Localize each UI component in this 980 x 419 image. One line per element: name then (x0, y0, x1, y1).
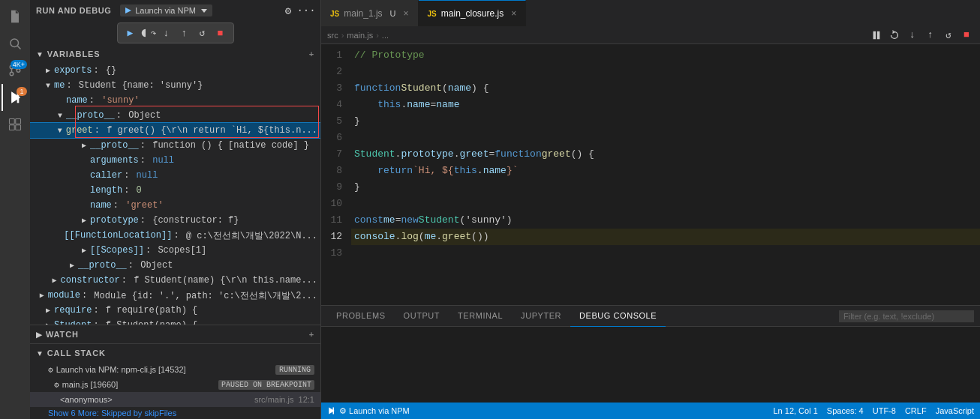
status-line-col[interactable]: Ln 12, Col 1 (773, 406, 817, 415)
var-require[interactable]: ▶ require : f require(path) { (30, 303, 320, 318)
watch-header[interactable]: ▶ WATCH + (30, 325, 320, 343)
skip-files-link[interactable]: Show 6 More: Skipped by skipFiles (30, 407, 320, 419)
arrow-me: ▼ (42, 79, 54, 91)
anon-label: <anonymous> (60, 395, 113, 404)
var-greet[interactable]: ▼ greet : f greet() {\r\n return `Hi, ${… (30, 123, 320, 138)
svg-marker-15 (125, 7, 131, 13)
var-scopes[interactable]: ▶ [[Scopes]] : Scopes[1] (30, 243, 320, 258)
launch-select[interactable]: Launch via NPM (120, 4, 212, 16)
var-greet-name[interactable]: name : 'greet' (30, 198, 320, 213)
var-module[interactable]: ▶ module : Module {id: '.', path: 'c:\전선… (30, 288, 320, 303)
var-proto2[interactable]: ▶ __proto__ : Object (30, 258, 320, 273)
call-stack-header[interactable]: ▼ CALL STACK (30, 344, 320, 362)
var-arguments[interactable]: arguments : null (30, 153, 320, 168)
tab-close-1[interactable]: × (404, 8, 409, 19)
tab-problems[interactable]: PROBLEMS (327, 306, 395, 327)
status-encoding[interactable]: UTF-8 (873, 406, 896, 415)
search-icon[interactable] (2, 30, 29, 57)
val-length: 0 (131, 185, 141, 196)
debug-toolbar: RUN AND DEBUG Launch via NPM ⚙ ··· (30, 0, 320, 21)
debug-step-icon[interactable] (887, 28, 902, 43)
debug-down-icon[interactable]: ↓ (905, 28, 920, 43)
tab-terminal[interactable]: TERMINAL (449, 306, 512, 327)
arrow-exports: ▶ (42, 64, 54, 76)
source-control-icon[interactable]: 4K+ (2, 57, 29, 84)
tab-close-2[interactable]: × (511, 8, 516, 19)
var-function-location[interactable]: [[FunctionLocation]] : @ c:\전선희\개발\2022\… (30, 228, 320, 243)
arrow-student: ▶ (42, 319, 54, 325)
main-icon: ⚙ (54, 380, 59, 390)
extensions-icon[interactable] (2, 111, 29, 138)
new-expression-icon[interactable]: + (309, 49, 314, 58)
call-stack-launch[interactable]: ⚙ Launch via NPM: npm-cli.js [14532] RUN… (30, 362, 320, 377)
val-greet-name: 'greet' (120, 200, 164, 211)
call-stack-main[interactable]: ⚙ main.js [19660] PAUSED ON BREAKPOINT (30, 377, 320, 392)
var-greet-proto[interactable]: ▶ __proto__ : function () { [native code… (30, 138, 320, 153)
call-stack-anon[interactable]: <anonymous> src/main.js 12:1 (30, 392, 320, 407)
arrow-module: ▶ (36, 289, 48, 301)
watch-label: WATCH (46, 330, 79, 339)
debug-restart-icon[interactable]: ↺ (941, 28, 956, 43)
tab-jupyter[interactable]: JUPYTER (512, 306, 570, 327)
val-require: f require(path) { (101, 305, 198, 316)
restart-btn[interactable]: ↺ (194, 25, 211, 41)
code-line-13 (351, 245, 980, 262)
status-eol[interactable]: CRLF (905, 406, 927, 415)
svg-rect-1 (13, 19, 17, 19)
step-out-btn[interactable]: ↑ (176, 25, 193, 41)
key-module: module (48, 290, 80, 301)
tab-main-1-js[interactable]: JS main_1.js U × (321, 0, 419, 26)
var-student[interactable]: ▶ Student : f Student(name) { (30, 318, 320, 325)
stop-btn[interactable]: ■ (212, 25, 229, 41)
debug-up-icon[interactable]: ↑ (923, 28, 938, 43)
val-fn-location: @ c:\전선희\개발\2022\N... (181, 229, 317, 242)
variables-actions: + (309, 49, 314, 58)
val-me: Student {name: 'sunny'} (74, 80, 203, 91)
main-content: JS main_1.js U × JS main_closure.js × sr… (321, 0, 980, 419)
tab-debug-console[interactable]: DEBUG CONSOLE (570, 306, 666, 327)
code-lines: // Prototype function Student(name) { th… (351, 47, 980, 305)
tab-output[interactable]: OUTPUT (395, 306, 449, 327)
tab-modified-1: U (390, 9, 396, 18)
var-constructor[interactable]: ▶ constructor : f Student(name) {\r\n th… (30, 273, 320, 288)
filter-input[interactable] (839, 310, 974, 322)
tab-main-closure-js[interactable]: JS main_closure.js × (419, 0, 527, 26)
debug-pause-icon[interactable] (869, 28, 884, 43)
val-proto: Object (123, 110, 161, 121)
variables-section-header[interactable]: ▼ VARIABLES + (30, 45, 320, 63)
status-spaces[interactable]: Spaces: 4 (827, 406, 864, 415)
tab-label-main-closure: main_closure.js (441, 8, 504, 19)
svg-point-6 (17, 69, 20, 73)
sidebar-panel: RUN AND DEBUG Launch via NPM ⚙ ··· ▶ ↷ ↓… (30, 0, 321, 419)
code-line-2 (351, 64, 980, 80)
var-greet-prototype[interactable]: ▶ prototype : {constructor: f} (30, 213, 320, 228)
key-proto2: __proto__ (78, 260, 127, 271)
add-watch-icon[interactable]: + (309, 330, 314, 339)
status-language[interactable]: JavaScript (936, 406, 974, 415)
arrow-arguments (78, 154, 90, 166)
var-me-name[interactable]: name : 'sunny' (30, 93, 320, 108)
step-over-btn[interactable]: ↷ (140, 25, 157, 41)
key-scopes: [[Scopes]] (90, 245, 144, 256)
status-debug-label: ⚙ Launch via NPM (327, 406, 410, 416)
code-line-9: } (351, 179, 980, 196)
editor-tabs: JS main_1.js U × JS main_closure.js × (321, 0, 980, 26)
arrow-greet: ▼ (54, 124, 66, 136)
bc-more: ... (382, 31, 389, 40)
more-btn[interactable]: ··· (298, 2, 314, 19)
var-length[interactable]: length : 0 (30, 183, 320, 198)
key-me-name: name (66, 95, 88, 106)
var-exports[interactable]: ▶ exports : {} (30, 63, 320, 78)
debug-stop-icon[interactable]: ■ (959, 28, 974, 43)
bottom-tabs: PROBLEMS OUTPUT TERMINAL JUPYTER DEBUG C… (321, 306, 980, 327)
run-debug-icon[interactable]: 1 (2, 84, 29, 111)
settings-btn[interactable]: ⚙ (280, 2, 296, 19)
explorer-icon[interactable] (2, 3, 29, 30)
var-me[interactable]: ▼ me : Student {name: 'sunny'} (30, 78, 320, 93)
var-caller[interactable]: caller : null (30, 168, 320, 183)
svg-line-3 (17, 46, 20, 49)
svg-rect-12 (16, 119, 21, 124)
step-into-btn[interactable]: ↓ (158, 25, 175, 41)
var-proto[interactable]: ▼ __proto__ : Object (30, 108, 320, 123)
continue-btn[interactable]: ▶ (122, 25, 139, 41)
